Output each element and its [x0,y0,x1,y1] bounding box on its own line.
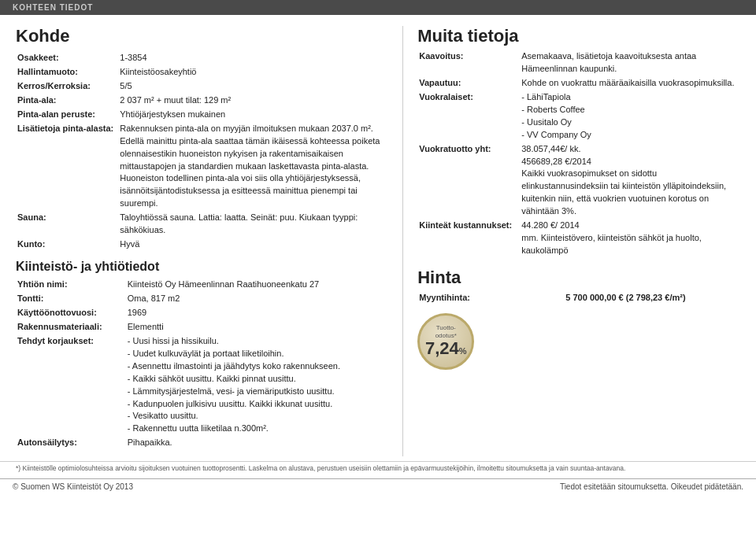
field-label: Pinta-alan peruste: [16,108,118,122]
field-value: Asemakaava, lisätietoja kaavoituksesta a… [520,50,740,76]
kohde-title: Kohde [16,26,387,46]
field-label: Lisätietoja pinta-alasta: [16,122,118,212]
company-table: Yhtiön nimi:Kiinteistö Oy Hämeenlinnan R… [16,278,387,450]
field-value: Yhtiöjärjestyksen mukainen [118,108,387,122]
field-value: Hyvä [118,238,387,252]
table-row: Vuokratuotto yht:38.057,44€/ kk.456689,2… [417,142,740,220]
field-value: Rakennuksen pinta-ala on myyjän ilmoituk… [118,122,387,212]
hinta-table: Myyntihinta:5 700 000,00 € (2 798,23 €/m… [417,291,740,305]
field-value: 1969 [126,306,387,320]
field-value: Elementti [126,320,387,334]
table-row: Lisätietoja pinta-alasta:Rakennuksen pin… [16,122,387,212]
bottom-bar: © Suomen WS Kiinteistöt Oy 2013 Tiedot e… [0,478,756,494]
field-label: Kaavoitus: [417,50,520,76]
footnote: *) Kiinteistölle optimiolosuhteissa arvi… [0,461,756,474]
bottom-right: Tiedot esitetään sitoumuksetta. Oikeudet… [560,482,743,491]
field-value: 1-3854 [118,51,387,65]
table-row: Autonsäilytys:Pihapaikka. [16,436,387,450]
field-label: Kerros/Kerroksia: [16,79,118,94]
field-value: - Uusi hissi ja hissikuilu.- Uudet kulku… [126,334,387,437]
muita-table: Kaavoitus:Asemakaava, lisätietoja kaavoi… [417,50,740,258]
field-value: Oma, 817 m2 [126,292,387,306]
table-row: Vapautuu:Kohde on vuokrattu määräaikaisi… [417,76,740,90]
field-value: Pihapaikka. [126,436,387,450]
company-title: Kiinteistö- ja yhtiötiedot [16,260,387,274]
table-row: Pinta-alan peruste:Yhtiöjärjestyksen muk… [16,108,387,122]
table-row: Hallintamuoto:Kiinteistöosakeyhtiö [16,65,387,79]
field-label: Myyntihinta: [417,291,564,305]
badge-label-line1: Tuotto-odotus* [435,324,457,339]
left-column: Kohde Osakkeet:1-3854Hallintamuoto:Kiint… [16,26,387,456]
table-row: Kunto:Hyvä [16,238,387,252]
table-row: Sauna:Taloyhtiössä sauna. Lattia: laatta… [16,211,387,238]
field-value: Kiinteistö Oy Hämeenlinnan Raatihuoneenk… [126,278,387,292]
table-row: Tontti:Oma, 817 m2 [16,292,387,306]
table-row: Kerros/Kerroksia:5/5 [16,79,387,94]
badge-value: 7,24% [425,339,467,358]
field-label: Pinta-ala: [16,94,118,108]
table-row: Pinta-ala:2 037 m² + muut tilat: 129 m² [16,94,387,108]
field-label: Kiinteät kustannukset: [417,219,520,258]
field-label: Kunto: [16,238,118,252]
table-row: Vuokralaiset:- LähiTapiola- Roberts Coff… [417,90,740,142]
field-value: 2 037 m² + muut tilat: 129 m² [118,94,387,108]
field-label: Vuokratuotto yht: [417,142,520,220]
field-label: Tontti: [16,292,126,306]
table-row: Yhtiön nimi:Kiinteistö Oy Hämeenlinnan R… [16,278,387,292]
field-value: - LähiTapiola- Roberts Coffee- Uusitalo … [520,90,740,142]
bottom-left: © Suomen WS Kiinteistöt Oy 2013 [13,482,133,491]
table-row: Tehdyt korjaukset:- Uusi hissi ja hissik… [16,334,387,437]
field-value: Kohde on vuokrattu määräaikaisilla vuokr… [520,76,740,90]
badge-unit: % [459,346,467,356]
top-bar: KOHTEEN TIEDOT [0,0,756,15]
table-row: Osakkeet:1-3854 [16,51,387,65]
field-label: Tehdyt korjaukset: [16,334,126,437]
field-label: Käyttöönottovuosi: [16,306,126,320]
muita-section: Muita tietoja Kaavoitus:Asemakaava, lisä… [417,26,740,258]
field-value: 44.280 €/ 2014mm. Kiinteistövero, kiinte… [520,219,740,258]
right-column: Muita tietoja Kaavoitus:Asemakaava, lisä… [402,26,740,456]
field-value: 38.057,44€/ kk.456689,28 €/2014Kaikki vu… [520,142,740,220]
hinta-section: Hinta Myyntihinta:5 700 000,00 € (2 798,… [417,268,740,370]
field-value: Kiinteistöosakeyhtiö [118,65,387,79]
kohde-table: Osakkeet:1-3854Hallintamuoto:Kiinteistöo… [16,51,387,252]
field-label: Autonsäilytys: [16,436,126,450]
field-value: Taloyhtiössä sauna. Lattia: laatta. Sein… [118,211,387,238]
field-label: Vuokralaiset: [417,90,520,142]
field-value: 5 700 000,00 € (2 798,23 €/m²) [564,291,740,305]
table-row: Rakennusmateriaali:Elementti [16,320,387,334]
tuotto-badge: Tuotto-odotus* 7,24% [417,313,474,370]
field-label: Osakkeet: [16,51,118,65]
field-label: Sauna: [16,211,118,238]
muita-title: Muita tietoja [417,26,740,46]
field-label: Hallintamuoto: [16,65,118,79]
field-label: Vapautuu: [417,76,520,90]
field-value: 5/5 [118,79,387,94]
top-bar-label: KOHTEEN TIEDOT [13,3,93,12]
field-label: Yhtiön nimi: [16,278,126,292]
field-label: Rakennusmateriaali: [16,320,126,334]
hinta-title: Hinta [417,268,740,288]
table-row: Myyntihinta:5 700 000,00 € (2 798,23 €/m… [417,291,740,305]
table-row: Kiinteät kustannukset:44.280 €/ 2014mm. … [417,219,740,258]
table-row: Käyttöönottovuosi:1969 [16,306,387,320]
table-row: Kaavoitus:Asemakaava, lisätietoja kaavoi… [417,50,740,76]
